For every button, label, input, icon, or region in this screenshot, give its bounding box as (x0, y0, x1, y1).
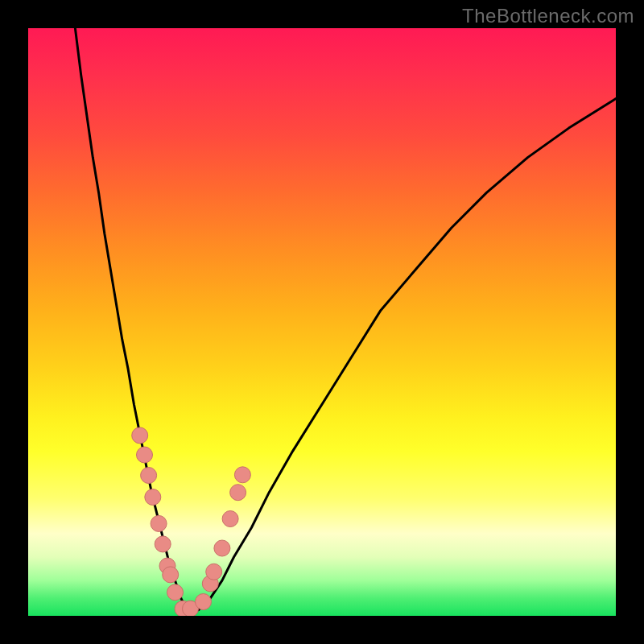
chart-frame: TheBottleneck.com (0, 0, 644, 644)
bottleneck-curve-svg (28, 28, 616, 616)
marker-dot (214, 540, 230, 556)
marker-dot (141, 468, 157, 484)
sample-markers (132, 427, 251, 616)
marker-dot (151, 515, 167, 531)
marker-dot (222, 511, 238, 527)
marker-dot (230, 485, 246, 501)
watermark-text: TheBottleneck.com (462, 5, 634, 27)
marker-dot (234, 467, 250, 483)
plot-area (28, 28, 616, 616)
marker-dot (196, 594, 212, 610)
marker-dot (155, 536, 171, 552)
marker-dot (137, 447, 153, 463)
marker-dot (206, 564, 222, 580)
marker-dot (167, 584, 184, 601)
marker-dot (132, 427, 148, 444)
marker-dot (163, 567, 179, 583)
marker-dot (145, 489, 161, 506)
